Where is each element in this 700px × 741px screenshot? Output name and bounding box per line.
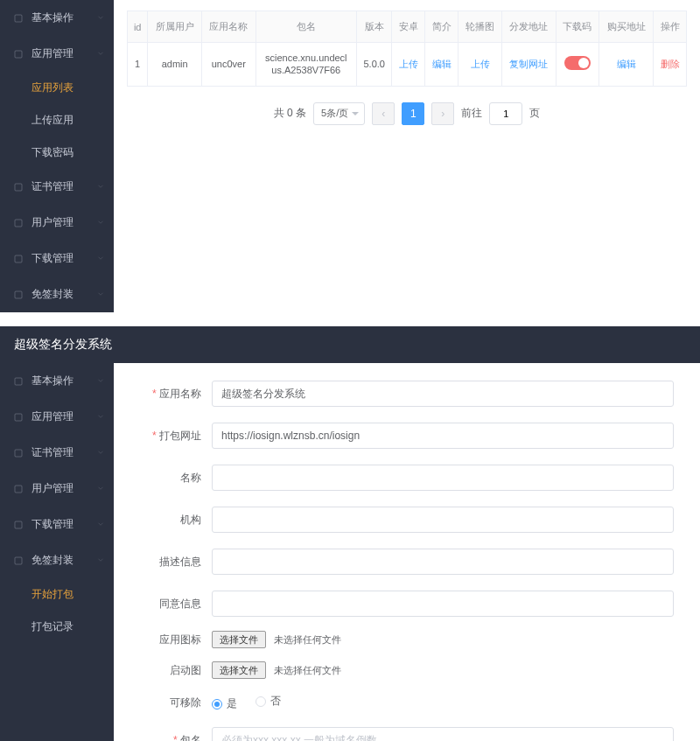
sidebar-sub-开始打包[interactable]: 开始打包	[0, 578, 114, 611]
agree-input[interactable]	[212, 591, 674, 617]
svg-rect-9	[15, 486, 22, 493]
chevron-down-icon	[96, 289, 105, 301]
pagination: 共 0 条 5条/页 ‹ 1 › 前往 页	[114, 94, 700, 141]
sidebar-item-label: 证书管理	[32, 179, 74, 194]
svg-rect-2	[15, 184, 22, 191]
sidebar-item-label: 基本操作	[32, 374, 74, 388]
col-header: 操作	[654, 11, 687, 43]
sidebar-sub-应用列表[interactable]: 应用列表	[0, 72, 114, 104]
intro-edit-link[interactable]: 编辑	[432, 59, 452, 69]
cell-ver: 5.0.0	[356, 43, 392, 87]
app-list-content: id所属用户应用名称包名版本安卓简介轮播图分发地址下载码购买地址操作 1admi…	[114, 0, 700, 312]
col-header: 包名	[256, 11, 356, 43]
menu-icon	[12, 12, 24, 24]
menu-icon	[12, 555, 24, 567]
sidebar-sub-打包记录[interactable]: 打包记录	[0, 611, 114, 643]
buy-edit-link[interactable]: 编辑	[617, 59, 636, 69]
sidebar-item-证书管理[interactable]: 证书管理	[0, 435, 114, 471]
goto-page-input[interactable]	[489, 102, 522, 125]
prev-page-button[interactable]: ‹	[372, 102, 395, 125]
menu-icon	[12, 483, 24, 495]
sidebar-item-应用管理[interactable]: 应用管理	[0, 399, 114, 435]
pack-url-input[interactable]	[212, 423, 674, 449]
cell-pkg: science.xnu.undeclus.A2538V7F66	[256, 43, 356, 87]
sidebar-item-用户管理[interactable]: 用户管理	[0, 471, 114, 507]
label-name: 名称	[140, 471, 201, 486]
menu-icon	[12, 217, 24, 229]
goto-label: 前往	[461, 106, 482, 121]
sidebar-bottom: 基本操作应用管理证书管理用户管理下载管理免签封装开始打包打包记录	[0, 363, 114, 741]
delete-link[interactable]: 删除	[661, 59, 680, 69]
sidebar-item-免签封装[interactable]: 免签封装	[0, 276, 114, 312]
sidebar-item-label: 应用管理	[32, 46, 74, 61]
sidebar-item-label: 证书管理	[32, 445, 74, 460]
removable-no-radio[interactable]: 否	[256, 694, 281, 709]
sidebar-item-证书管理[interactable]: 证书管理	[0, 169, 114, 205]
sidebar-item-免签封装[interactable]: 免签封装	[0, 542, 114, 578]
apps-table: id所属用户应用名称包名版本安卓简介轮播图分发地址下载码购买地址操作 1admi…	[127, 10, 687, 87]
page-size-select[interactable]: 5条/页	[313, 102, 365, 125]
chevron-down-icon	[96, 483, 105, 495]
app-icon-hint: 未选择任何文件	[274, 634, 341, 645]
splash-choose-button[interactable]: 选择文件	[212, 661, 266, 679]
label-app-name: 应用名称	[140, 387, 201, 402]
menu-icon	[12, 519, 24, 531]
next-page-button[interactable]: ›	[431, 102, 454, 125]
label-pack-url: 打包网址	[140, 429, 201, 444]
android-upload-link[interactable]: 上传	[399, 59, 418, 69]
org-input[interactable]	[212, 507, 674, 533]
download-toggle[interactable]	[564, 56, 591, 70]
sidebar-item-用户管理[interactable]: 用户管理	[0, 205, 114, 241]
svg-rect-11	[15, 557, 22, 564]
menu-icon	[12, 447, 24, 459]
menu-icon	[12, 181, 24, 193]
pkg-input[interactable]	[212, 727, 674, 741]
sidebar-item-基本操作[interactable]: 基本操作	[0, 363, 114, 399]
col-header: 下载码	[556, 11, 599, 43]
sidebar-sub-上传应用[interactable]: 上传应用	[0, 104, 114, 136]
chevron-down-icon	[96, 375, 105, 388]
sidebar-sub-下载密码[interactable]: 下载密码	[0, 136, 114, 169]
sidebar-item-label: 免签封装	[32, 553, 74, 568]
chevron-down-icon	[96, 519, 105, 531]
label-org: 机构	[140, 513, 201, 528]
sidebar-item-应用管理[interactable]: 应用管理	[0, 36, 114, 72]
svg-rect-8	[15, 450, 22, 457]
page-title: 超级签名分发系统	[0, 326, 700, 363]
menu-icon	[12, 253, 24, 265]
col-header: 轮播图	[458, 11, 502, 43]
total-text: 共 0 条	[274, 106, 306, 121]
sidebar-item-基本操作[interactable]: 基本操作	[0, 0, 114, 36]
app-list-panel: 基本操作应用管理应用列表上传应用下载密码证书管理用户管理下载管理免签封装 id所…	[0, 0, 700, 312]
label-agree: 同意信息	[140, 597, 201, 612]
sidebar-item-label: 下载管理	[32, 251, 74, 266]
page-suffix: 页	[529, 106, 540, 121]
label-pkg: 包名	[140, 733, 201, 742]
svg-rect-0	[15, 15, 22, 22]
label-splash: 启动图	[140, 663, 201, 678]
app-icon-choose-button[interactable]: 选择文件	[212, 631, 266, 648]
app-name-input[interactable]	[212, 381, 674, 407]
col-header: id	[128, 11, 148, 43]
col-header: 版本	[356, 11, 392, 43]
splash-hint: 未选择任何文件	[274, 665, 341, 675]
cell-user: admin	[148, 43, 202, 87]
cell-app: unc0ver	[201, 43, 256, 87]
name-input[interactable]	[212, 465, 674, 491]
removable-yes-radio[interactable]: 是	[212, 696, 237, 711]
page-1-button[interactable]: 1	[402, 102, 424, 125]
svg-rect-3	[15, 220, 22, 227]
svg-rect-7	[15, 414, 22, 421]
sidebar-top: 基本操作应用管理应用列表上传应用下载密码证书管理用户管理下载管理免签封装	[0, 0, 114, 312]
dist-copy-link[interactable]: 复制网址	[509, 59, 548, 69]
carousel-upload-link[interactable]: 上传	[471, 59, 490, 69]
chevron-down-icon	[96, 555, 105, 567]
chevron-down-icon	[96, 12, 105, 24]
label-removable: 可移除	[140, 696, 201, 710]
sidebar-item-下载管理[interactable]: 下载管理	[0, 241, 114, 276]
col-header: 分发地址	[501, 11, 556, 43]
svg-rect-4	[15, 255, 22, 262]
sidebar-item-下载管理[interactable]: 下载管理	[0, 507, 114, 542]
desc-input[interactable]	[212, 549, 674, 575]
sidebar-item-label: 用户管理	[32, 481, 74, 496]
